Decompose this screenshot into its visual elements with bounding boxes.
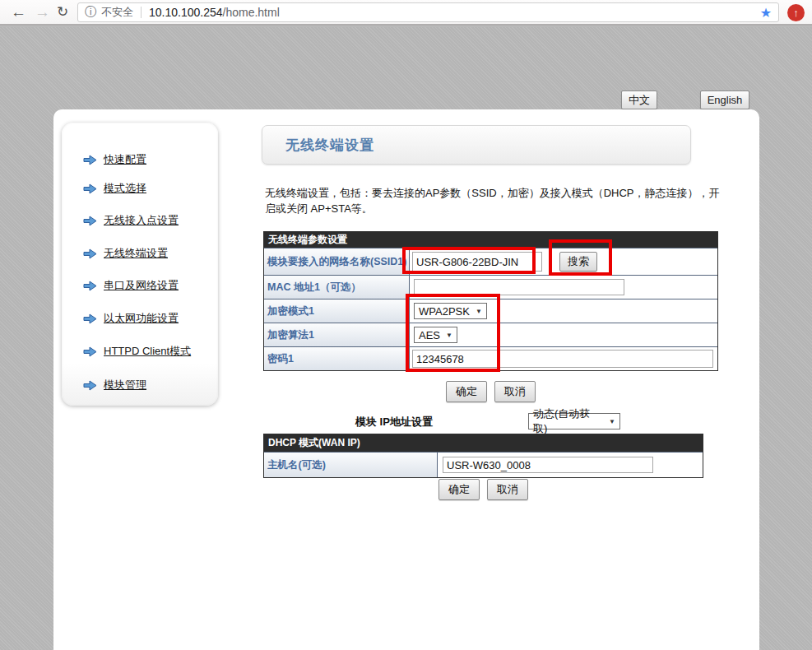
cancel-button[interactable]: 取消 <box>487 479 528 500</box>
sidebar-item-ethernet[interactable]: 以太网功能设置 <box>83 311 179 326</box>
sidebar-item-module-management[interactable]: 模块管理 <box>83 378 146 392</box>
security-label: 不安全 <box>101 5 133 20</box>
info-icon[interactable]: ⓘ <box>85 5 96 20</box>
arrow-icon <box>83 380 97 391</box>
sidebar-item-quick-config[interactable]: 快速配置 <box>83 152 146 167</box>
ip-mode-select[interactable]: 动态(自动获取) ▼ <box>528 413 620 429</box>
page-title-card: 无线终端设置 <box>262 125 691 165</box>
sidebar-item-label: 快速配置 <box>104 152 146 167</box>
lang-english-button[interactable]: English <box>700 91 749 109</box>
arrow-icon <box>83 248 97 259</box>
description: 无线终端设置，包括：要去连接的AP参数（SSID，加密）及接入模式（DHCP，静… <box>265 185 722 216</box>
sidebar: 快速配置 模式选择 无线接入点设置 无线终端设置 串口及网络设置 <box>62 123 218 406</box>
encryption-mode-value: WPA2PSK <box>419 305 470 318</box>
password-label: 密码1 <box>264 347 410 370</box>
encryption-mode-label: 加密模式1 <box>264 299 410 323</box>
url-host: 10.10.100.254 <box>149 6 223 19</box>
sidebar-item-wireless-ap[interactable]: 无线接入点设置 <box>83 213 179 228</box>
url-path: /home.html <box>223 6 280 19</box>
forward-icon[interactable]: → <box>35 2 50 23</box>
page-title: 无线终端设置 <box>285 136 374 155</box>
sidebar-item-wireless-terminal[interactable]: 无线终端设置 <box>83 246 168 261</box>
sidebar-item-label: 模式选择 <box>104 181 146 196</box>
sta-params-table: 无线终端参数设置 模块要接入的网络名称(SSID1) 搜索 MAC 地址1（可选… <box>263 231 718 371</box>
reload-icon[interactable]: ↻ <box>57 2 68 23</box>
sidebar-item-label: 串口及网络设置 <box>104 278 179 293</box>
dhcp-table-header: DHCP 模式(WAN IP) <box>264 434 703 452</box>
arrow-icon <box>83 346 97 357</box>
ip-mode-value: 动态(自动获取) <box>533 406 603 436</box>
hostname-input[interactable] <box>443 457 653 473</box>
encryption-algorithm-select[interactable]: AES ▼ <box>414 327 457 343</box>
sidebar-item-label: 无线接入点设置 <box>104 213 179 228</box>
confirm-button[interactable]: 确定 <box>438 479 480 500</box>
arrow-icon <box>83 313 97 324</box>
encryption-mode-select[interactable]: WPA2PSK ▼ <box>414 303 487 319</box>
arrow-icon <box>83 281 97 291</box>
page-background: 中文 English 快速配置 模式选择 无线接入点设置 <box>0 27 812 650</box>
sta-actions: 确定 取消 <box>263 381 718 402</box>
sidebar-item-label: 以太网功能设置 <box>104 311 179 326</box>
dhcp-actions: 确定 取消 <box>263 479 703 500</box>
encryption-algorithm-label: 加密算法1 <box>264 323 410 346</box>
back-icon[interactable]: ← <box>11 2 26 23</box>
sta-table-header: 无线终端参数设置 <box>264 232 717 248</box>
mac-label: MAC 地址1（可选） <box>264 276 410 299</box>
cancel-button[interactable]: 取消 <box>494 381 536 402</box>
extension-icon[interactable]: ↑ <box>787 4 805 21</box>
ssid-label: 模块要接入的网络名称(SSID1) <box>264 248 410 275</box>
sidebar-item-serial-network[interactable]: 串口及网络设置 <box>83 278 179 293</box>
mac-input[interactable] <box>414 279 624 295</box>
table-row-mac: MAC 地址1（可选） <box>264 275 717 299</box>
table-row-encryption-algorithm: 加密算法1 AES ▼ <box>264 323 717 346</box>
bookmark-star-icon[interactable]: ★ <box>760 5 772 21</box>
browser-window: ← → ↻ ⓘ 不安全 10.10.100.254 /home.html ★ ↑… <box>0 0 812 650</box>
ip-settings-label: 模块 IP地址设置 <box>355 415 433 429</box>
dhcp-table: DHCP 模式(WAN IP) 主机名(可选) <box>263 434 703 478</box>
content-area: 快速配置 模式选择 无线接入点设置 无线终端设置 串口及网络设置 <box>53 109 759 650</box>
chevron-down-icon: ▼ <box>476 308 482 315</box>
confirm-button[interactable]: 确定 <box>446 381 487 402</box>
browser-toolbar: ← → ↻ ⓘ 不安全 10.10.100.254 /home.html ★ ↑ <box>0 0 812 26</box>
chevron-down-icon: ▼ <box>609 418 615 425</box>
sidebar-item-label: HTTPD Client模式 <box>104 344 191 359</box>
encryption-algorithm-value: AES <box>419 329 440 341</box>
up-arrow-icon: ↑ <box>793 7 799 18</box>
url-bar[interactable]: ⓘ 不安全 10.10.100.254 /home.html ★ <box>77 2 779 22</box>
hostname-label: 主机名(可选) <box>264 453 438 477</box>
ssid-input[interactable] <box>412 252 542 272</box>
sidebar-item-httpd-client[interactable]: HTTPD Client模式 <box>83 344 191 359</box>
arrow-icon <box>83 216 97 226</box>
url-divider <box>141 7 142 18</box>
table-row-password: 密码1 <box>264 346 717 370</box>
arrow-icon <box>83 155 97 165</box>
chevron-down-icon: ▼ <box>446 332 452 339</box>
sidebar-item-mode-select[interactable]: 模式选择 <box>83 181 146 196</box>
table-row-ssid: 模块要接入的网络名称(SSID1) 搜索 <box>264 248 717 275</box>
table-row-encryption-mode: 加密模式1 WPA2PSK ▼ <box>264 299 717 323</box>
search-button[interactable]: 搜索 <box>559 252 597 272</box>
arrow-icon <box>83 183 97 194</box>
sidebar-item-label: 模块管理 <box>104 378 146 392</box>
lang-chinese-button[interactable]: 中文 <box>621 91 657 109</box>
password-input[interactable] <box>412 350 713 368</box>
sidebar-item-label: 无线终端设置 <box>104 246 168 261</box>
table-row-hostname: 主机名(可选) <box>264 452 703 477</box>
